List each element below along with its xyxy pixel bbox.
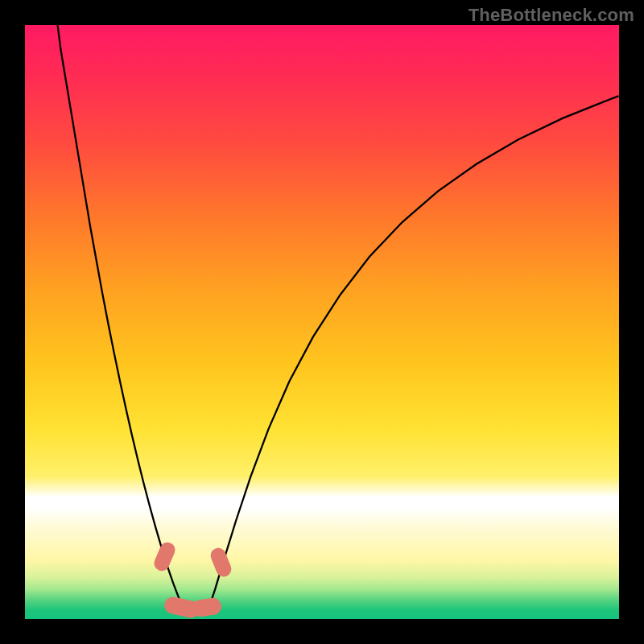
curve-right-arm: [206, 97, 617, 615]
curve-left-arm: [58, 25, 187, 614]
chart-stage: TheBottleneck.com: [0, 0, 644, 644]
watermark-text: TheBottleneck.com: [469, 5, 634, 26]
curve-layer: [25, 25, 619, 619]
plot-area: [25, 25, 619, 619]
